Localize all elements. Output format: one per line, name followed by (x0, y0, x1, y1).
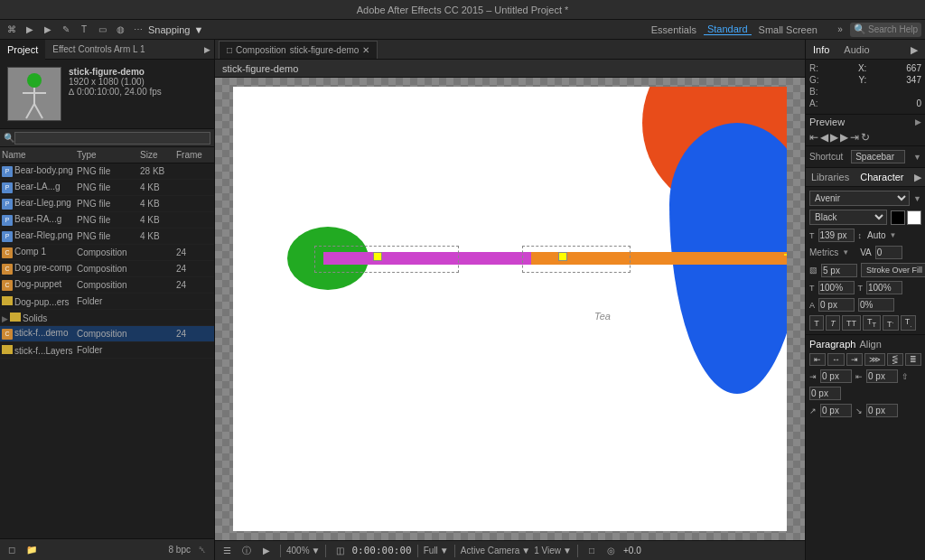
justify-center-button[interactable]: ⋚ (887, 353, 903, 366)
tool-more[interactable]: ⋯ (130, 22, 146, 38)
camera-dropdown[interactable]: Active Camera ▼ (461, 546, 530, 555)
italic-button[interactable]: T (826, 315, 840, 331)
align-center-button[interactable]: ↔ (827, 353, 845, 366)
tool-shape[interactable]: ▭ (94, 22, 110, 38)
grid-icon[interactable]: ◫ (332, 543, 348, 559)
list-item[interactable]: CDog pre-comp Composition 24 (0, 261, 214, 277)
zoom-dropdown[interactable]: 400% ▼ (286, 546, 320, 555)
align-label[interactable]: Align (859, 339, 881, 350)
stroke-size-input[interactable] (821, 264, 857, 277)
font-style-select[interactable]: Black (809, 210, 887, 225)
tsb-input[interactable] (875, 246, 902, 259)
justify-all-button[interactable]: ≣ (905, 353, 921, 366)
space-before-input[interactable] (820, 404, 852, 417)
skip-back-icon[interactable]: ⇤ (809, 131, 818, 144)
step-back-icon[interactable]: ◀ (820, 131, 828, 144)
list-item-solids[interactable]: ▶Solids (0, 310, 214, 326)
project-tab[interactable]: Project (0, 40, 45, 60)
align-right-button[interactable]: ⇥ (846, 353, 863, 366)
effect-controls-tab[interactable]: Effect Controls Arm L 1 (45, 40, 152, 60)
search-area[interactable]: 🔍 Search Help (850, 23, 921, 37)
baseline-input[interactable] (818, 298, 855, 312)
audio-tab[interactable]: Audio (836, 40, 876, 60)
tool-select[interactable]: ▶ (40, 22, 56, 38)
tab-essentials[interactable]: Essentials (648, 24, 700, 35)
tab-standard[interactable]: Standard (704, 23, 752, 35)
viewer-preview-icon[interactable]: ▶ (258, 543, 275, 559)
step-fwd-icon[interactable]: ▶ (840, 131, 848, 144)
smallcaps-button[interactable]: TT (863, 315, 881, 331)
space-after-input[interactable] (866, 404, 898, 417)
super-button[interactable]: T. (883, 315, 899, 331)
stroke-type-select[interactable]: Stroke Over Fill (861, 263, 925, 277)
quality-dropdown[interactable]: Full ▼ (424, 546, 449, 555)
paragraph-label[interactable]: Paragraph (809, 339, 855, 350)
info-tab[interactable]: Info (806, 40, 836, 60)
shortcut-input[interactable] (851, 150, 905, 163)
col-name: Name (2, 150, 77, 160)
char-panel-menu[interactable]: ▶ (909, 167, 925, 187)
allcaps-button[interactable]: TT (842, 315, 861, 331)
tool-pen[interactable]: ✎ (58, 22, 74, 38)
metrics-arrow[interactable]: ▼ (842, 248, 849, 257)
list-item[interactable]: PBear-RA...g PNG file 4 KB (0, 212, 214, 229)
h-scale-input[interactable] (818, 281, 855, 294)
trash-icon[interactable]: ␡ (194, 542, 210, 558)
list-item[interactable]: stick-f...Layers Folder (0, 342, 214, 359)
shortcut-arrow[interactable]: ▼ (913, 153, 921, 162)
tab-small-screen[interactable]: Small Screen (755, 24, 821, 35)
viewer-menu-icon[interactable]: ☰ (219, 543, 235, 559)
project-search-input[interactable] (14, 132, 210, 145)
composition-viewer[interactable]: Tea (215, 78, 805, 540)
new-folder-icon[interactable]: 📁 (23, 542, 40, 558)
comp-tab-close[interactable]: ✕ (362, 45, 369, 55)
list-item[interactable]: CDog-puppet Composition 24 (0, 277, 214, 294)
list-item[interactable]: PBear-LA...g PNG file 4 KB (0, 180, 214, 196)
control-point-far-right[interactable] (784, 246, 787, 264)
tool-camera[interactable]: ◍ (112, 22, 128, 38)
exposure-icon[interactable]: ◎ (603, 543, 620, 559)
align-left-button[interactable]: ⇤ (809, 353, 826, 366)
control-point-right[interactable] (558, 252, 567, 261)
png-icon: P (2, 199, 13, 210)
font-size-input[interactable] (818, 229, 855, 242)
font-arrow[interactable]: ▼ (913, 194, 921, 203)
size-icon: T (809, 231, 815, 240)
list-item[interactable]: Dog-pup...ers Folder (0, 294, 214, 310)
list-item-selected[interactable]: Cstick-f...demo Composition 24 (0, 326, 214, 342)
list-item[interactable]: CComp 1 Composition 24 (0, 245, 214, 261)
list-item[interactable]: PBear-body.png PNG file 28 KB (0, 163, 214, 180)
comp-tab-inactive[interactable]: □ Composition stick-figure-demo ✕ (219, 41, 378, 59)
indent-right-input[interactable] (866, 369, 898, 383)
skip-fwd-icon[interactable]: ⇥ (850, 131, 859, 144)
bg-color-swatch[interactable] (907, 210, 921, 225)
sub-button[interactable]: T. (901, 315, 917, 331)
tool-arrow[interactable]: ▶ (22, 22, 38, 38)
preview-menu[interactable]: ▶ (915, 117, 921, 126)
indent-top-input[interactable] (809, 387, 841, 400)
viewer-info-icon[interactable]: ⓘ (238, 543, 255, 559)
panel-menu[interactable]: ▶ (903, 40, 925, 60)
panel-menu-icon[interactable]: ▶ (204, 45, 214, 54)
bold-button[interactable]: T (809, 315, 824, 331)
font-family-select[interactable]: Avenir (809, 191, 910, 206)
text-color-swatch[interactable] (891, 210, 905, 225)
new-item-icon[interactable]: ◻ (4, 542, 20, 558)
control-point-left[interactable] (373, 252, 382, 261)
list-item[interactable]: PBear-Rleg.png PNG file 4 KB (0, 229, 214, 245)
play-icon[interactable]: ▶ (830, 131, 838, 144)
loop-icon[interactable]: ↻ (861, 131, 870, 144)
tracking-input[interactable] (858, 298, 894, 312)
indent-left-input[interactable] (820, 369, 852, 383)
list-item[interactable]: PBear-Lleg.png PNG file 4 KB (0, 196, 214, 212)
auto-arrow[interactable]: ▼ (890, 231, 897, 239)
justify-left-button[interactable]: ⋙ (864, 353, 885, 366)
tool-text[interactable]: T (76, 22, 92, 38)
character-tab[interactable]: Character (855, 167, 909, 187)
apple-menu[interactable]: ⌘ (4, 22, 20, 38)
libraries-tab[interactable]: Libraries (806, 167, 855, 187)
workspace-menu[interactable]: » (832, 22, 848, 38)
render-icon[interactable]: □ (584, 543, 600, 559)
views-dropdown[interactable]: 1 View ▼ (534, 546, 572, 555)
v-scale-input[interactable] (866, 281, 902, 294)
